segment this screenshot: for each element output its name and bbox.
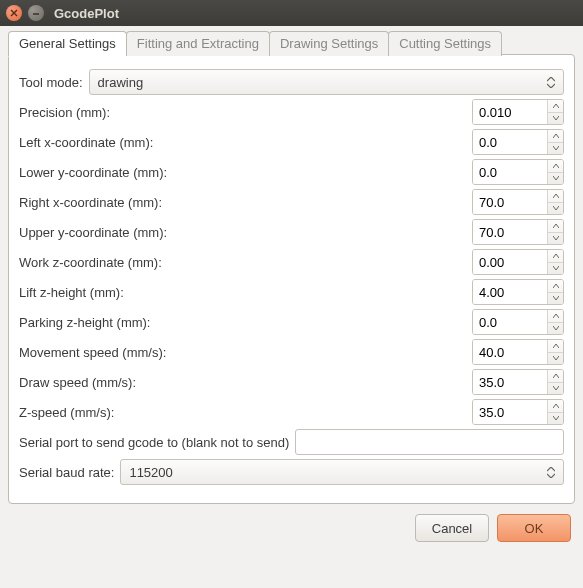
ok-button[interactable]: OK [497,514,571,542]
row-lift-z: Lift z-height (mm): [19,279,564,305]
chevron-up-icon[interactable] [548,250,563,262]
chevron-down-icon[interactable] [548,112,563,125]
chevron-up-icon[interactable] [548,160,563,172]
chevron-up-icon[interactable] [548,310,563,322]
z-speed-spin[interactable] [472,399,564,425]
row-precision: Precision (mm): [19,99,564,125]
row-serial-port: Serial port to send gcode to (blank not … [19,429,564,455]
window-title: GcodePlot [54,6,119,21]
chevron-down-icon[interactable] [548,262,563,275]
label-right-x: Right x-coordinate (mm): [19,195,162,210]
move-speed-input[interactable] [473,340,547,364]
row-draw-speed: Draw speed (mm/s): [19,369,564,395]
chevron-up-icon[interactable] [548,400,563,412]
chevron-down-icon[interactable] [548,322,563,335]
chevron-down-icon[interactable] [548,412,563,425]
label-lift-z: Lift z-height (mm): [19,285,124,300]
label-draw-speed: Draw speed (mm/s): [19,375,136,390]
chevron-up-icon[interactable] [548,220,563,232]
right-x-spin[interactable] [472,189,564,215]
chevron-down-icon[interactable] [548,232,563,245]
row-baud-rate: Serial baud rate: 115200 [19,459,564,485]
chevron-up-icon[interactable] [548,100,563,112]
label-tool-mode: Tool mode: [19,75,83,90]
move-speed-spin[interactable] [472,339,564,365]
row-park-z: Parking z-height (mm): [19,309,564,335]
label-left-x: Left x-coordinate (mm): [19,135,153,150]
chevron-down-icon[interactable] [548,202,563,215]
row-lower-y: Lower y-coordinate (mm): [19,159,564,185]
chevron-down-icon[interactable] [548,382,563,395]
tab-drawing-settings[interactable]: Drawing Settings [269,31,389,56]
park-z-input[interactable] [473,310,547,334]
label-lower-y: Lower y-coordinate (mm): [19,165,167,180]
row-left-x: Left x-coordinate (mm): [19,129,564,155]
tool-mode-value: drawing [98,75,144,90]
chevron-updown-icon [547,460,557,484]
label-upper-y: Upper y-coordinate (mm): [19,225,167,240]
label-z-speed: Z-speed (mm/s): [19,405,114,420]
row-work-z: Work z-coordinate (mm): [19,249,564,275]
chevron-down-icon[interactable] [548,292,563,305]
right-x-input[interactable] [473,190,547,214]
chevron-down-icon[interactable] [548,172,563,185]
lift-z-spin[interactable] [472,279,564,305]
tab-fitting-extracting[interactable]: Fitting and Extracting [126,31,270,56]
label-baud-rate: Serial baud rate: [19,465,114,480]
label-serial-port: Serial port to send gcode to (blank not … [19,435,289,450]
tab-panel: General Settings Fitting and Extracting … [8,54,575,504]
row-right-x: Right x-coordinate (mm): [19,189,564,215]
tool-mode-combo[interactable]: drawing [89,69,564,95]
dialog-footer: Cancel OK [8,504,575,546]
baud-rate-combo[interactable]: 115200 [120,459,564,485]
chevron-down-icon[interactable] [548,352,563,365]
close-icon[interactable] [6,5,22,21]
titlebar: GcodePlot [0,0,583,26]
upper-y-spin[interactable] [472,219,564,245]
chevron-up-icon[interactable] [548,130,563,142]
precision-spin[interactable] [472,99,564,125]
row-z-speed: Z-speed (mm/s): [19,399,564,425]
lower-y-input[interactable] [473,160,547,184]
lift-z-input[interactable] [473,280,547,304]
work-z-spin[interactable] [472,249,564,275]
window-body: General Settings Fitting and Extracting … [0,26,583,554]
baud-rate-value: 115200 [129,465,172,480]
draw-speed-spin[interactable] [472,369,564,395]
chevron-updown-icon [547,70,557,94]
row-move-speed: Movement speed (mm/s): [19,339,564,365]
lower-y-spin[interactable] [472,159,564,185]
row-upper-y: Upper y-coordinate (mm): [19,219,564,245]
chevron-up-icon[interactable] [548,190,563,202]
left-x-spin[interactable] [472,129,564,155]
work-z-input[interactable] [473,250,547,274]
left-x-input[interactable] [473,130,547,154]
label-precision: Precision (mm): [19,105,110,120]
chevron-down-icon[interactable] [548,142,563,155]
tab-cutting-settings[interactable]: Cutting Settings [388,31,502,56]
tab-general-settings[interactable]: General Settings [8,31,127,56]
cancel-button[interactable]: Cancel [415,514,489,542]
chevron-up-icon[interactable] [548,280,563,292]
minimize-icon[interactable] [28,5,44,21]
precision-input[interactable] [473,100,547,124]
label-park-z: Parking z-height (mm): [19,315,150,330]
chevron-up-icon[interactable] [548,340,563,352]
row-tool-mode: Tool mode: drawing [19,69,564,95]
chevron-up-icon[interactable] [548,370,563,382]
z-speed-input[interactable] [473,400,547,424]
draw-speed-input[interactable] [473,370,547,394]
upper-y-input[interactable] [473,220,547,244]
label-move-speed: Movement speed (mm/s): [19,345,166,360]
serial-port-input[interactable] [295,429,564,455]
tab-bar: General Settings Fitting and Extracting … [8,31,501,56]
label-work-z: Work z-coordinate (mm): [19,255,162,270]
park-z-spin[interactable] [472,309,564,335]
